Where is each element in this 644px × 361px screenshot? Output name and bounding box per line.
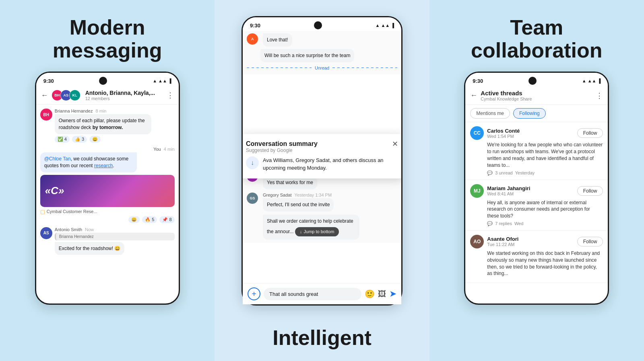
summary-down-icon: ↓ xyxy=(251,159,254,166)
summary-icon: ↓ xyxy=(246,156,259,169)
asante-info: Asante Ofori Tue 11:22 AM xyxy=(487,236,574,247)
self-bubble: @Chloe Tan, we could showcase some quote… xyxy=(40,152,137,172)
reaction-fire[interactable]: 🔥 5 xyxy=(142,216,157,223)
send-button[interactable]: ➤ xyxy=(389,289,396,299)
attachment-label-row: ▢ Cymbal Customer Rese... xyxy=(40,209,175,215)
jump-to-bottom-btn[interactable]: ↓ Jump to bottom xyxy=(295,227,339,236)
thread-carlos-header: CC Carlos Conté Wed 1:54 PM Follow xyxy=(470,126,603,140)
right-status-bar: 9:30 ▲ ▲▲ ▐ xyxy=(465,73,608,86)
carlos-follow-button[interactable]: Follow xyxy=(577,128,603,138)
partial-top-messages: A Love that! Will be such a nice surpris… xyxy=(243,31,401,74)
right-signal-icon: ▲▲ xyxy=(588,78,597,83)
message-row-brianna: BH Brianna Hernandez 8 min Owners of eac… xyxy=(40,109,175,143)
threads-back-button[interactable]: ← xyxy=(470,91,477,100)
unread-line-right xyxy=(332,68,397,68)
summary-close-button[interactable]: ✕ xyxy=(392,140,398,148)
emoji-icon[interactable]: 🙂 xyxy=(365,289,375,299)
wifi-icon: ▲ xyxy=(153,78,157,83)
center-input-bar: + That all sounds great 🙂 🖼 ➤ xyxy=(243,283,401,304)
attachment-title: Cymbal Customer Rese... xyxy=(47,209,97,214)
partial-msg-2-row: Will be such a nice surprise for the tea… xyxy=(260,49,397,62)
unread-label: Unread xyxy=(315,66,329,70)
threads-menu-button[interactable]: ⋮ xyxy=(596,91,603,100)
center-phone-notch xyxy=(314,21,322,29)
center-phone-frame: 9:30 ▲ ▲▲ ▐ A Love that! xyxy=(242,16,402,306)
filter-mentions[interactable]: Mentions me xyxy=(470,108,510,119)
attachment-preview: «C» xyxy=(40,175,175,207)
gregory-bubble-1: Perfect, I'll send out the invite xyxy=(263,198,334,211)
left-status-bar: 9:30 ▲ ▲▲ ▐ xyxy=(36,73,179,86)
right-status-time: 9:30 xyxy=(473,78,483,84)
center-battery-icon: ▐ xyxy=(391,23,394,28)
reaction-add[interactable]: 😄 xyxy=(128,216,140,223)
antonio-avatar: AS xyxy=(40,227,52,239)
right-status-icons: ▲ ▲▲ ▐ xyxy=(582,78,601,83)
center-panel: 9:30 ▲ ▲▲ ▐ A Love that! xyxy=(215,0,429,361)
gregory-content-1: Gregory Sadat Yesterday 1:34 PM Perfect,… xyxy=(263,193,397,211)
unread-divider: Unread xyxy=(247,66,397,70)
thread-item-carlos: CC Carlos Conté Wed 1:54 PM Follow We're… xyxy=(465,122,608,180)
reaction-check[interactable]: ✅ 4 xyxy=(55,136,70,143)
gregory-avatar: GS xyxy=(247,193,258,204)
back-button[interactable]: ← xyxy=(41,91,48,100)
carlos-avatar: CC xyxy=(470,126,484,140)
carlos-thread-footer: 💬 3 unread Yesterday xyxy=(487,170,603,176)
summary-title: Conversation summary xyxy=(246,140,318,148)
self-reactions: 😄 🔥 5 📌 8 xyxy=(40,216,175,223)
center-status-bar: 9:30 ▲ ▲▲ ▐ xyxy=(243,17,401,31)
thread-item-mariam: MJ Mariam Jahangiri Wed 8:41 AM Follow H… xyxy=(465,180,608,231)
right-phone-frame: 9:30 ▲ ▲▲ ▐ ← Active threads Cymbal Know… xyxy=(464,72,609,305)
msg-gregory-1: GS Gregory Sadat Yesterday 1:34 PM Perfe… xyxy=(247,193,397,211)
center-bottom-label: Intelligent xyxy=(272,319,372,353)
right-wifi-icon: ▲ xyxy=(582,78,586,83)
partial-bubble-1: Love that! xyxy=(263,33,292,47)
partial-bubble-2: Will be such a nice surprise for the tea… xyxy=(260,49,354,62)
input-text: That all sounds great xyxy=(269,291,318,297)
asante-name: Asante Ofori xyxy=(487,236,574,242)
asante-thread-body: We started working on this doc back in F… xyxy=(487,250,603,277)
antonio-message-content: Antonio Smith Now Brianna Hernandez Exci… xyxy=(55,227,175,255)
chat-header-info: Antonio, Brianna, Kayla,... 12 members xyxy=(85,90,163,101)
left-chat-body: BH Brianna Hernandez 8 min Owners of eac… xyxy=(36,105,179,258)
chat-menu-button[interactable]: ⋮ xyxy=(167,91,174,100)
signal-icon: ▲▲ xyxy=(158,78,167,83)
reaction-smile[interactable]: 😄 xyxy=(89,136,101,143)
chat-header-avatars: BH AS KL xyxy=(52,90,80,101)
center-signal-icon: ▲▲ xyxy=(381,23,390,28)
thread-item-asante: AO Asante Ofori Tue 11:22 AM Follow We s… xyxy=(465,231,608,283)
asante-follow-button[interactable]: Follow xyxy=(577,237,603,246)
attachment-card: «C» ▢ Cymbal Customer Rese... xyxy=(40,175,175,215)
mariam-info: Mariam Jahangiri Wed 8:41 AM xyxy=(487,185,574,196)
reaction-thumbs[interactable]: 👍 3 xyxy=(72,136,87,143)
carlos-info: Carlos Conté Wed 1:54 PM xyxy=(487,128,574,139)
msg-gregory-2: Shall we order catering to help celebrat… xyxy=(247,215,397,240)
chat-members: 12 members xyxy=(85,96,163,101)
center-phone-inner: 9:30 ▲ ▲▲ ▐ A Love that! xyxy=(243,17,401,304)
thread-mariam-header: MJ Mariam Jahangiri Wed 8:41 AM Follow xyxy=(470,184,603,198)
left-status-icons: ▲ ▲▲ ▐ xyxy=(153,78,171,83)
mariam-timestamp: Wed 8:41 AM xyxy=(487,191,574,196)
summary-header: Conversation summary Suggested by Google… xyxy=(246,140,398,153)
message-row-antonio: AS Antonio Smith Now Brianna Hernandez E… xyxy=(40,227,175,255)
image-icon[interactable]: 🖼 xyxy=(378,289,386,299)
mariam-follow-button[interactable]: Follow xyxy=(577,186,603,196)
mariam-thread-footer: 💬 7 replies Wed xyxy=(487,221,603,226)
reaction-pin[interactable]: 📌 8 xyxy=(159,216,174,223)
right-panel-title: Teamcollaboration xyxy=(471,16,602,62)
brianna-reactions: ✅ 4 👍 3 😄 xyxy=(55,136,175,143)
partial-msg-1-content: Love that! xyxy=(263,33,292,47)
right-phone-notch xyxy=(528,77,537,85)
left-status-time: 9:30 xyxy=(43,78,54,84)
brianna-bubble: Owners of each pillar, please update the… xyxy=(55,114,151,134)
attachment-logo: «C» xyxy=(45,185,64,197)
conversation-summary-card: Conversation summary Suggested by Google… xyxy=(243,134,401,178)
filter-following[interactable]: Following xyxy=(513,108,546,119)
mariam-footer-time: Wed xyxy=(514,221,523,226)
carlos-thread-body: We're looking for a few people who who c… xyxy=(487,142,603,168)
mariam-thread-body: Hey all, is anyone aware of internal or … xyxy=(487,199,603,219)
message-input[interactable]: That all sounds great xyxy=(264,288,361,300)
mariam-thread-icon: 💬 xyxy=(487,221,493,226)
thread-icon: 💬 xyxy=(487,170,493,176)
center-content: 9:30 ▲ ▲▲ ▐ A Love that! xyxy=(227,16,417,353)
input-add-button[interactable]: + xyxy=(248,287,260,300)
